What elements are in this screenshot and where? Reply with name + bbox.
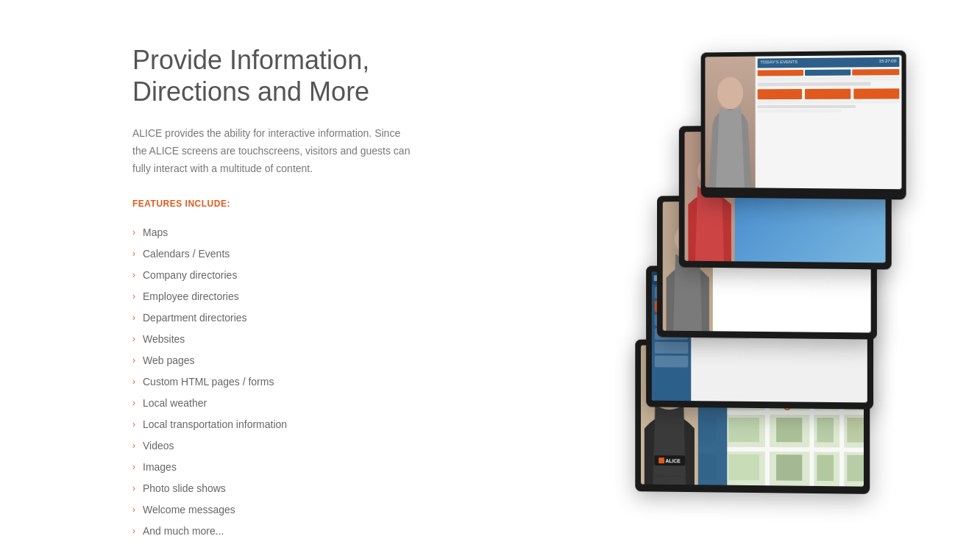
chevron-icon: ›: [132, 375, 135, 388]
feature-text: Photo slide shows: [143, 481, 226, 496]
chevron-icon: ›: [132, 460, 135, 474]
list-item: › Web pages: [132, 350, 515, 371]
event-block: [853, 69, 900, 76]
list-item: › Websites: [132, 329, 515, 350]
person-display-1: [705, 57, 755, 188]
list-item: › Welcome messages: [132, 499, 515, 521]
svg-rect-30: [847, 418, 864, 443]
alice-logo-container: ALICE: [654, 455, 685, 465]
sidebar-item: [655, 342, 689, 354]
feature-text: Videos: [143, 438, 174, 454]
svg-rect-28: [776, 418, 802, 442]
list-item: › Images: [132, 457, 515, 478]
screen-1-todays-events: TODAY'S EVENTS 15:27:00: [701, 50, 906, 199]
list-item: › And much more...: [132, 521, 515, 542]
feature-text: Maps: [143, 225, 168, 240]
feature-text: Local weather: [143, 396, 207, 411]
chevron-icon: ›: [132, 290, 135, 303]
features-label: FEATURES INCLUDE:: [132, 199, 515, 209]
chevron-icon: ›: [132, 439, 135, 452]
features-list: › Maps › Calendars / Events › Company di…: [132, 222, 515, 542]
feature-text: Web pages: [143, 353, 195, 368]
svg-rect-29: [817, 418, 834, 442]
feature-text: Websites: [143, 332, 185, 347]
list-item: › Employee directories: [132, 286, 515, 307]
page-title: Provide Information, Directions and More: [132, 44, 515, 107]
description-text: ALICE provides the ability for interacti…: [132, 125, 412, 177]
chevron-icon: ›: [132, 332, 135, 346]
list-item: › Custom HTML pages / forms: [132, 371, 515, 393]
list-item: › Calendars / Events: [132, 243, 515, 265]
feature-text: Images: [143, 460, 177, 475]
screens-display-area: TODAY'S EVENTS 15:27:00: [559, 37, 980, 537]
screen-bezel-1: TODAY'S EVENTS 15:27:00: [701, 50, 906, 193]
sidebar-item: [655, 356, 689, 368]
svg-rect-27: [728, 418, 759, 442]
list-item: › Local transportation information: [132, 414, 515, 435]
chevron-icon: ›: [132, 503, 135, 516]
chevron-icon: ›: [132, 354, 135, 367]
event-block: [805, 69, 851, 76]
list-item: › Videos: [132, 435, 515, 457]
event-block: [758, 70, 803, 76]
feature-text: Department directories: [143, 310, 247, 326]
list-item: › Maps: [132, 222, 515, 243]
left-content-panel: Provide Information, Directions and More…: [132, 37, 515, 542]
svg-rect-35: [847, 455, 864, 482]
events-row-1: [758, 69, 900, 76]
chevron-icon: ›: [132, 268, 135, 282]
list-item: › Photo slide shows: [132, 478, 515, 499]
events-row-2: [758, 88, 900, 99]
chevron-icon: ›: [132, 311, 135, 324]
events-content: TODAY'S EVENTS 15:27:00: [756, 55, 902, 190]
alice-brand-text: ALICE: [665, 458, 680, 463]
events-time: 15:27:00: [878, 59, 896, 63]
svg-rect-32: [728, 454, 759, 480]
list-item: › Local weather: [132, 393, 515, 414]
events-title: TODAY'S EVENTS: [761, 60, 798, 64]
alice-logo-icon: [658, 457, 664, 463]
chevron-icon: ›: [132, 396, 135, 410]
feature-text: Welcome messages: [143, 502, 235, 518]
feature-text: Local transportation information: [143, 417, 287, 432]
list-item: › Department directories: [132, 307, 515, 329]
chevron-icon: ›: [132, 418, 135, 431]
svg-rect-34: [817, 455, 834, 482]
screen-inner-1: TODAY'S EVENTS 15:27:00: [705, 55, 901, 190]
feature-text: And much more...: [143, 524, 224, 539]
feature-text: Company directories: [143, 268, 237, 283]
feature-text: Employee directories: [143, 289, 239, 304]
feature-text: Calendars / Events: [143, 246, 230, 262]
alice-url-text: AliceReceptionist.com: [656, 474, 683, 478]
list-item: › Company directories: [132, 265, 515, 286]
chevron-icon: ›: [132, 524, 135, 538]
alice-logo-box: ALICE AliceReceptionist.com: [654, 455, 685, 480]
chevron-icon: ›: [132, 247, 135, 260]
screens-stack: TODAY'S EVENTS 15:27:00: [603, 51, 883, 522]
chevron-icon: ›: [132, 226, 135, 239]
svg-point-1: [717, 77, 743, 110]
feature-text: Custom HTML pages / forms: [143, 374, 274, 390]
svg-rect-33: [776, 454, 802, 480]
chevron-icon: ›: [132, 482, 135, 495]
